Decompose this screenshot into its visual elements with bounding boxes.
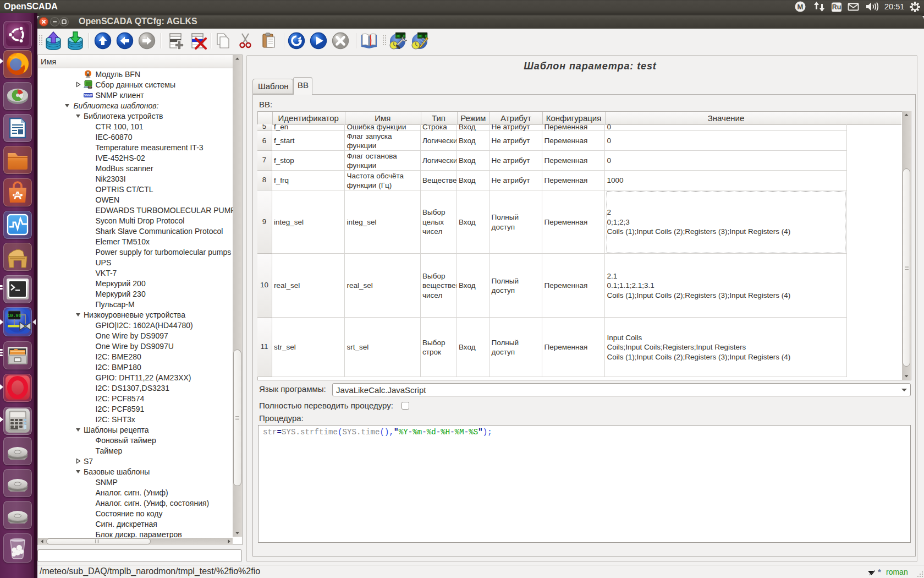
svg-text:10.95: 10.95	[7, 313, 21, 319]
svg-text:20:51: 20:51	[884, 2, 904, 11]
svg-text:88.8: 88.8	[417, 34, 427, 39]
svg-text:SNMP: SNMP	[84, 94, 93, 97]
svg-text:M: M	[798, 3, 804, 11]
svg-text:88.8: 88.8	[395, 34, 405, 39]
svg-text:Ru: Ru	[832, 3, 842, 11]
